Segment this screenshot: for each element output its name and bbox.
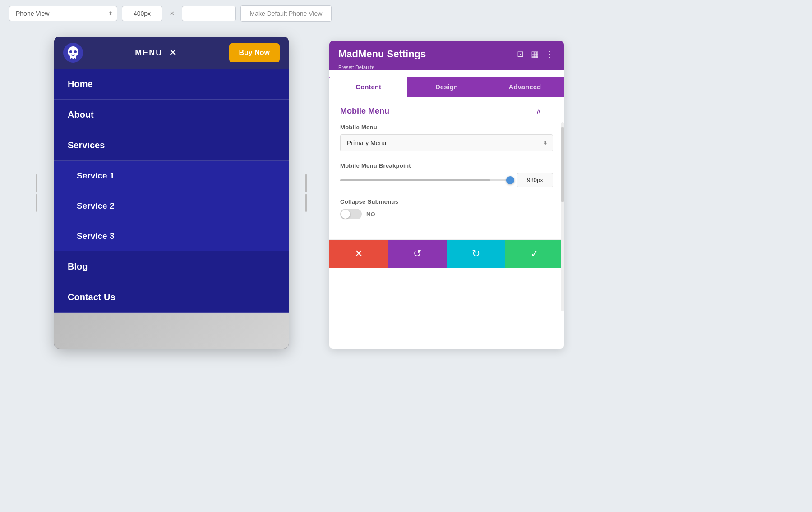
drag-line [36,194,37,212]
menu-item-service2[interactable]: Service 2 [54,191,289,221]
section-title: Mobile Menu [340,106,389,116]
menu-label: MENU [135,48,162,58]
phone-bottom-image [54,313,289,349]
collapse-submenus-toggle-row: NO [340,209,553,219]
phone-navbar: MENU ✕ Buy Now [54,37,289,69]
height-input[interactable] [182,6,236,21]
section-header: Mobile Menu ∧ ⋮ [340,106,553,116]
reset-button[interactable]: ↺ [388,240,447,268]
panel-footer: ✕ ↺ ↻ ✓ [329,239,564,268]
drag-line [305,174,307,192]
clear-width-button[interactable]: × [167,7,177,20]
drag-line [305,194,307,212]
panel-header: MadMenu Settings ⊡ ▦ ⋮ Preset: Default▾ [329,41,564,70]
menu-item-blog[interactable]: Blog [54,251,289,282]
columns-icon-btn[interactable]: ▦ [530,48,540,60]
collapse-submenus-toggle[interactable] [340,209,362,219]
svg-point-2 [74,50,77,53]
breakpoint-label: Mobile Menu Breakpoint [340,162,553,169]
width-input[interactable] [122,6,162,21]
panel-tabs: Content Design Advanced [329,77,564,97]
breakpoint-slider-track[interactable] [340,179,511,181]
collapse-submenus-field: Collapse Submenus NO [340,198,553,219]
mobile-menu-field: Mobile Menu Primary Menu Secondary Menu … [340,124,553,151]
collapse-submenus-label: Collapse Submenus [340,198,553,205]
tab-advanced[interactable]: Advanced [486,77,564,97]
svg-point-1 [69,50,72,53]
breakpoint-slider-thumb[interactable] [506,176,514,184]
view-select-wrapper: Phone View Tablet View Desktop View ⬍ [9,6,117,21]
breakpoint-field: Mobile Menu Breakpoint [340,162,553,187]
panel-title-row: MadMenu Settings ⊡ ▦ ⋮ [338,48,555,60]
mobile-menu-select[interactable]: Primary Menu Secondary Menu Footer Menu [340,134,553,151]
make-default-button[interactable]: Make Default Phone View [240,5,332,22]
section-actions: ∧ ⋮ [536,106,553,116]
toolbar: Phone View Tablet View Desktop View ⬍ × … [0,0,812,27]
buy-now-button[interactable]: Buy Now [229,43,280,62]
breakpoint-slider-fill [340,179,490,181]
menu-list: Home About Services Service 1 Service 2 … [54,69,289,313]
menu-item-service3[interactable]: Service 3 [54,221,289,251]
settings-panel: MadMenu Settings ⊡ ▦ ⋮ Preset: Default▾ … [329,41,564,349]
resize-handle-left[interactable] [36,174,37,212]
menu-item-home[interactable]: Home [54,69,289,100]
panel-scrollbar[interactable] [561,122,564,311]
responsive-icon-btn[interactable]: ⊡ [516,48,525,60]
tab-content[interactable]: Content [329,77,407,97]
menu-item-about[interactable]: About [54,100,289,130]
mobile-menu-select-wrapper: Primary Menu Secondary Menu Footer Menu … [340,134,553,151]
view-select[interactable]: Phone View Tablet View Desktop View [9,6,117,21]
mobile-menu-label: Mobile Menu [340,124,553,131]
menu-item-contact[interactable]: Contact Us [54,282,289,313]
toggle-state-label: NO [366,211,375,218]
panel-title: MadMenu Settings [338,48,426,60]
menu-item-service1[interactable]: Service 1 [54,161,289,191]
phone-preview-wrapper: MENU ✕ Buy Now Home About Services Servi… [54,37,289,349]
phone-frame: MENU ✕ Buy Now Home About Services Servi… [54,37,289,349]
resize-handle-right[interactable] [305,174,307,212]
phone-menu-area: MENU ✕ [135,47,177,59]
redo-button[interactable]: ↻ [447,240,505,268]
section-more-icon[interactable]: ⋮ [545,106,553,116]
more-options-btn[interactable]: ⋮ [545,48,555,60]
panel-body: Mobile Menu ∧ ⋮ Mobile Menu Primary Menu… [329,97,564,239]
menu-close-icon[interactable]: ✕ [169,47,177,59]
main-area: MENU ✕ Buy Now Home About Services Servi… [0,27,812,349]
menu-item-services[interactable]: Services [54,130,289,161]
drag-line [36,174,37,192]
panel-icon-group: ⊡ ▦ ⋮ [516,48,555,60]
section-chevron-icon[interactable]: ∧ [536,107,541,115]
preset-label[interactable]: Preset: Default▾ [338,64,555,70]
panel-scrollbar-thumb [561,127,564,202]
breakpoint-slider-row [340,173,553,187]
brand-logo-icon [63,43,83,63]
cancel-button[interactable]: ✕ [329,240,388,268]
toggle-knob [341,210,350,219]
tab-design[interactable]: Design [407,77,485,97]
breakpoint-value-input[interactable] [517,173,553,187]
save-button[interactable]: ✓ [505,240,564,268]
